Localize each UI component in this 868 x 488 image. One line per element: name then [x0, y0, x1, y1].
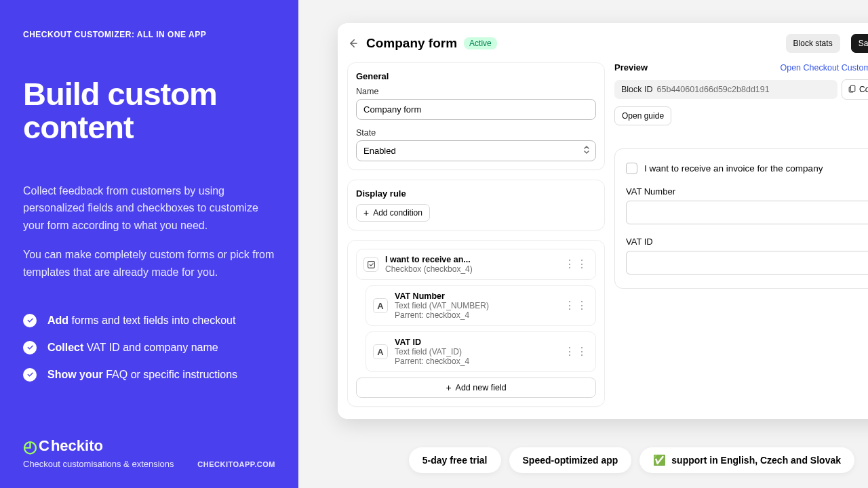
- clipboard-icon: [848, 84, 856, 95]
- field-item-vat-id[interactable]: A VAT ID Text field (VAT_ID) Parrent: ch…: [366, 331, 596, 372]
- vat-id-label: VAT ID: [626, 237, 868, 247]
- name-input[interactable]: [356, 99, 596, 120]
- field-parent: Parrent: checkbox_4: [395, 310, 557, 320]
- field-item-checkbox[interactable]: I want to receive an... Checkbox (checkb…: [356, 249, 596, 280]
- text-field-icon: A: [373, 298, 388, 313]
- field-title: VAT Number: [395, 291, 557, 301]
- block-stats-button[interactable]: Block stats: [786, 34, 840, 53]
- check-circle-icon: [23, 314, 37, 327]
- bullet-item: Collect VAT ID and company name: [23, 341, 275, 354]
- save-button[interactable]: Save: [851, 34, 868, 53]
- pill-lang: ✅ support in English, Czech and Slovak: [639, 447, 854, 473]
- promo-heading: Build custom content: [23, 77, 275, 144]
- block-id-display: Block ID 65b440601d66d59c2b8dd191: [614, 80, 837, 99]
- vat-number-input[interactable]: [626, 201, 868, 224]
- brand-subtitle: Checkout customisations & extensions: [23, 459, 174, 469]
- block-id-label: Block ID: [621, 85, 653, 94]
- field-item-vat-number[interactable]: A VAT Number Text field (VAT_NUMBER) Par…: [366, 285, 596, 326]
- name-label: Name: [356, 87, 596, 96]
- drag-handle-icon[interactable]: ⋮⋮: [564, 259, 589, 270]
- check-circle-icon: [23, 368, 37, 382]
- add-condition-button[interactable]: + Add condition: [356, 204, 430, 222]
- app-canvas: Company form Active Block stats Save Gen…: [298, 0, 868, 488]
- status-badge: Active: [464, 37, 497, 49]
- field-parent: Parrent: checkbox_4: [395, 357, 557, 366]
- display-rule-title: Display rule: [356, 188, 596, 199]
- bullet-item: Add forms and text fields into checkout: [23, 314, 275, 327]
- add-new-field-button[interactable]: + Add new field: [356, 378, 596, 398]
- bullet-text: Add forms and text fields into checkout: [47, 314, 235, 327]
- promo-bullets: Add forms and text fields into checkout …: [23, 314, 275, 395]
- field-subtitle: Text field (VAT_NUMBER): [395, 301, 557, 310]
- promo-tag: CHECKOUT CUSTOMIZER: ALL IN ONE APP: [23, 30, 275, 39]
- brand-website: CHECKITOAPP.COM: [197, 460, 275, 468]
- field-subtitle: Text field (VAT_ID): [395, 347, 557, 357]
- field-title: VAT ID: [395, 338, 557, 347]
- invoice-checkbox[interactable]: [626, 163, 637, 174]
- open-checkout-customizer-link[interactable]: Open Checkout Customizer: [780, 63, 868, 73]
- display-rule-card: Display rule + Add condition: [347, 180, 605, 230]
- app-window: Company form Active Block stats Save Gen…: [338, 23, 868, 419]
- app-header: Company form Active Block stats Save: [338, 34, 868, 53]
- plus-icon: +: [363, 208, 369, 218]
- page-title: Company form: [366, 36, 457, 51]
- promo-paragraph-1: Collect feedback from customers by using…: [23, 182, 275, 235]
- invoice-checkbox-label: I want to receive an invoice for the com…: [644, 163, 823, 174]
- open-guide-button[interactable]: Open guide: [614, 106, 671, 125]
- block-id-value: 65b440601d66d59c2b8dd191: [657, 85, 770, 94]
- general-card: General Name State: [347, 62, 605, 170]
- bullet-text: Collect VAT ID and company name: [47, 342, 218, 354]
- drag-handle-icon[interactable]: ⋮⋮: [564, 300, 589, 311]
- pill-trial: 5-day free trial: [409, 447, 501, 473]
- state-label: State: [356, 128, 596, 138]
- general-title: General: [356, 71, 596, 81]
- bullet-text: Show your FAQ or specific instructions: [47, 369, 237, 381]
- drag-handle-icon[interactable]: ⋮⋮: [564, 346, 589, 357]
- svg-rect-0: [368, 261, 374, 268]
- plus-icon: +: [446, 383, 451, 392]
- text-field-icon: A: [373, 344, 388, 359]
- brand-logo: ◴Checkito: [23, 437, 275, 455]
- preview-form: I want to receive an invoice for the com…: [614, 148, 868, 289]
- promo-panel: CHECKOUT CUSTOMIZER: ALL IN ONE APP Buil…: [0, 0, 298, 488]
- field-subtitle: Checkbox (checkbox_4): [385, 264, 557, 274]
- brand-block: ◴Checkito Checkout customisations & exte…: [23, 437, 275, 469]
- pill-speed: Speed-optimized app: [509, 447, 632, 473]
- copy-button[interactable]: Copy: [842, 79, 868, 100]
- bullet-item: Show your FAQ or specific instructions: [23, 368, 275, 382]
- checkbox-field-icon: [363, 257, 378, 272]
- field-title: I want to receive an...: [385, 255, 557, 264]
- vat-id-input[interactable]: [626, 251, 868, 274]
- promo-pills: 5-day free trial Speed-optimized app ✅ s…: [409, 447, 854, 473]
- preview-title: Preview: [614, 62, 648, 73]
- state-select[interactable]: [356, 140, 596, 161]
- vat-number-label: VAT Number: [626, 186, 868, 197]
- promo-paragraph-2: You can make completely custom forms or …: [23, 246, 275, 281]
- fields-card: I want to receive an... Checkbox (checkb…: [347, 240, 605, 407]
- check-emoji-icon: ✅: [653, 454, 666, 466]
- check-circle-icon: [23, 341, 37, 354]
- brand-glyph-icon: ◴: [23, 439, 37, 455]
- back-arrow-icon[interactable]: [346, 37, 359, 50]
- svg-rect-1: [850, 85, 855, 92]
